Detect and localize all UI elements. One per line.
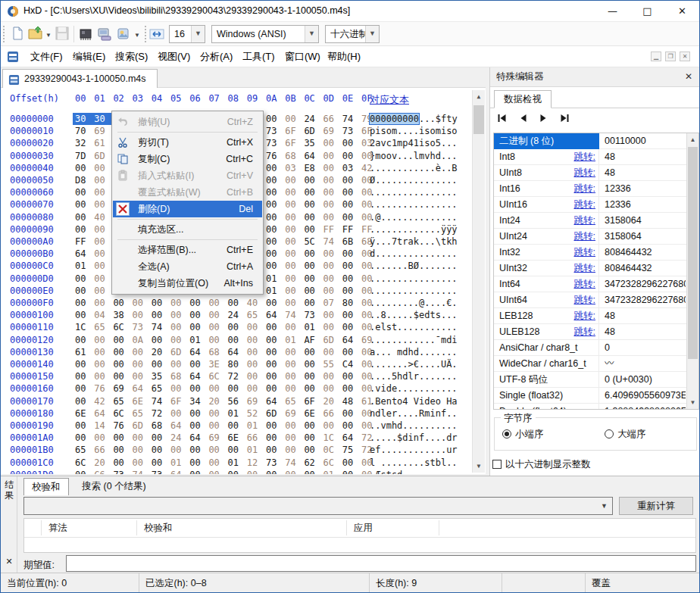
hex-byte[interactable]: 00 xyxy=(323,211,340,223)
hex-byte[interactable]: 61 xyxy=(94,137,111,149)
inspector-value[interactable]: 808464432 xyxy=(605,261,686,276)
hex-byte[interactable]: 00 xyxy=(133,457,149,469)
hex-byte[interactable]: 6F xyxy=(285,137,302,149)
hex-byte[interactable]: 20 xyxy=(323,395,340,407)
hex-byte[interactable]: 68 xyxy=(170,370,187,382)
hex-byte[interactable]: 00 xyxy=(189,457,206,469)
hex-byte[interactable]: 40 xyxy=(247,297,264,309)
decoded-text[interactable]: .vide........... xyxy=(370,382,458,395)
hex-byte[interactable]: 00 xyxy=(228,420,245,432)
ram-icon[interactable] xyxy=(78,27,93,42)
hex-byte[interactable]: 74 xyxy=(285,309,302,321)
context-menu-item[interactable]: 撤销(U)Ctrl+Z xyxy=(113,114,262,130)
hex-byte[interactable]: 00 xyxy=(189,358,206,370)
hex-byte[interactable]: 34 xyxy=(189,395,206,407)
hex-byte[interactable]: 38 xyxy=(113,309,130,321)
hex-byte[interactable]: 24 xyxy=(304,113,320,125)
hex-byte[interactable]: 00 xyxy=(266,260,283,272)
hex-byte[interactable]: 68 xyxy=(208,346,225,358)
hex-byte[interactable]: C6 xyxy=(94,469,111,474)
hex-byte[interactable]: 00 xyxy=(266,370,283,382)
hex-byte[interactable]: 24 xyxy=(228,309,245,321)
hex-byte[interactable]: 00 xyxy=(208,469,225,474)
hex-byte[interactable]: 00 xyxy=(266,358,283,370)
hex-byte[interactable]: 00 xyxy=(285,297,302,309)
tab-data-inspector[interactable]: 数据检视 xyxy=(494,90,552,108)
hex-byte[interactable]: 00 xyxy=(152,358,168,370)
hex-byte[interactable]: 00 xyxy=(228,297,245,309)
hex-byte[interactable]: 6C xyxy=(75,457,92,469)
hex-byte[interactable]: D8 xyxy=(75,174,92,186)
document-tab[interactable]: 29339290043-1-100050.m4s xyxy=(2,69,158,88)
hex-byte[interactable]: 00 xyxy=(266,469,283,474)
decoded-text[interactable]: d............... xyxy=(370,248,458,260)
hex-byte[interactable]: 00 xyxy=(285,211,302,223)
hex-byte[interactable]: 64 xyxy=(75,248,92,260)
hex-byte[interactable]: 00 xyxy=(266,248,283,260)
chevron-down-icon[interactable]: ▼ xyxy=(191,26,205,42)
bytes-per-row-combo[interactable]: 16 ▼ xyxy=(169,25,205,43)
hex-byte[interactable]: 00 xyxy=(94,358,111,370)
jump-link[interactable]: 跳转: xyxy=(574,324,595,339)
decoded-text[interactable]: }moov...lmvhd... xyxy=(370,150,458,162)
hex-byte[interactable]: 72 xyxy=(228,370,245,382)
hex-byte[interactable]: 73 xyxy=(266,137,283,149)
mdi-close-button[interactable]: ✕ xyxy=(680,51,690,61)
hex-byte[interactable]: 00 xyxy=(208,309,225,321)
hex-byte[interactable]: 65 xyxy=(113,395,130,407)
decoded-text[interactable]: ............¯mdi xyxy=(370,334,458,346)
hex-byte[interactable]: 69 xyxy=(323,125,340,137)
hex-byte[interactable]: 64 xyxy=(266,309,283,321)
inspector-value[interactable]: 12336 xyxy=(605,197,686,212)
hex-byte[interactable]: 00 xyxy=(285,321,302,333)
hex-byte[interactable]: 69 xyxy=(208,432,225,444)
hex-byte[interactable]: 74 xyxy=(152,321,168,333)
hex-byte[interactable]: 00 xyxy=(304,420,320,432)
decoded-text[interactable]: pisom....isomiso xyxy=(370,125,458,137)
scroll-down-icon[interactable]: ▼ xyxy=(687,396,698,409)
big-endian-radio[interactable]: 大端序 xyxy=(605,428,646,440)
hex-byte[interactable]: 00 xyxy=(266,297,283,309)
inspector-row[interactable]: Int32跳转:808464432 xyxy=(494,245,698,261)
hex-byte[interactable]: 48 xyxy=(342,395,359,407)
hex-byte[interactable]: 00 xyxy=(133,432,149,444)
hex-byte[interactable]: 6D xyxy=(94,150,111,162)
hex-byte[interactable]: 6E xyxy=(133,395,149,407)
mdi-minimize-button[interactable]: ▁ xyxy=(651,51,661,61)
hex-byte[interactable]: 69 xyxy=(113,382,130,395)
hex-byte[interactable]: 73 xyxy=(266,457,283,469)
hex-byte[interactable]: 66 xyxy=(247,432,264,444)
inspector-value[interactable]: 1.3888493886826E-7 xyxy=(605,404,686,410)
hex-byte[interactable]: 00 xyxy=(75,198,92,211)
hex-byte[interactable]: 00 xyxy=(285,113,302,125)
hex-byte[interactable]: 61 xyxy=(75,346,92,358)
hex-byte[interactable]: 00 xyxy=(247,346,264,358)
hex-byte[interactable]: 00 xyxy=(342,407,359,420)
hex-byte[interactable]: 76 xyxy=(266,150,283,162)
decoded-text[interactable]: .@.............. xyxy=(370,211,458,223)
inspector-value[interactable]: 48 xyxy=(605,149,686,164)
hex-byte[interactable]: 64 xyxy=(228,346,245,358)
hex-byte[interactable]: 00 xyxy=(323,198,340,211)
hex-byte[interactable]: 00 xyxy=(285,358,302,370)
hex-byte[interactable]: 00 xyxy=(323,370,340,382)
hex-byte[interactable]: 00 xyxy=(285,346,302,358)
hex-byte[interactable]: 00 xyxy=(228,469,245,474)
hex-byte[interactable]: 01 xyxy=(228,407,245,420)
hex-byte[interactable]: 00 xyxy=(75,309,92,321)
context-menu-item[interactable]: 删除(D)Del xyxy=(113,201,262,217)
hex-byte[interactable]: FF xyxy=(75,236,92,248)
decoded-text[interactable]: .......>€....UÄ. xyxy=(370,358,458,370)
disk-tools-icon[interactable] xyxy=(97,27,112,42)
toolbar-grip-2[interactable] xyxy=(145,26,147,42)
hex-byte[interactable]: 00 xyxy=(285,223,302,236)
hex-byte[interactable]: 5C xyxy=(304,236,320,248)
minimize-button[interactable]: — xyxy=(595,1,630,22)
hex-byte[interactable]: 64 xyxy=(170,420,187,432)
context-menu-item[interactable]: 选择范围(B)...Ctrl+E xyxy=(113,242,262,258)
jump-link[interactable]: 跳转: xyxy=(574,181,595,196)
hex-byte[interactable]: 00 xyxy=(208,297,225,309)
hex-byte[interactable]: 00 xyxy=(133,297,149,309)
hex-byte[interactable]: 6D xyxy=(266,407,283,420)
inspector-scrollbar[interactable]: ▲ ▼ xyxy=(686,133,698,409)
